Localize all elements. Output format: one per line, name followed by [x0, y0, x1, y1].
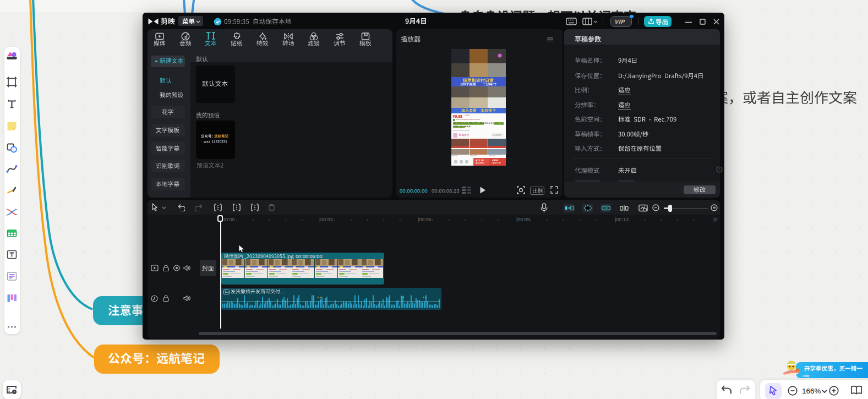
svg-text:?: ? [718, 168, 720, 172]
